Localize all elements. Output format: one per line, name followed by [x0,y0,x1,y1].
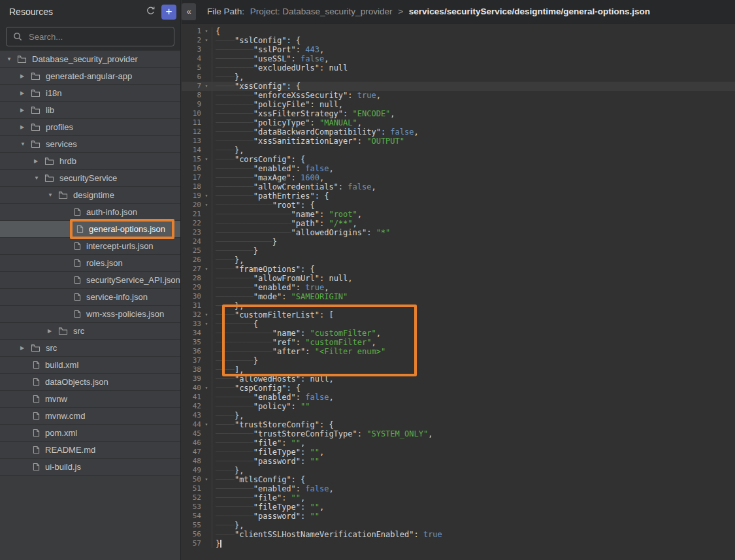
code-line-16[interactable]: 16 "enabled": false, [182,164,735,173]
code-line-45[interactable]: 45 "trustStoreConfigType": "SYSTEM_ONLY"… [182,429,735,438]
code-line-3[interactable]: 3 "sslPort": 443, [182,45,735,54]
code-line-23[interactable]: 23 "allowedOrigins": "*" [182,228,735,237]
code-line-13[interactable]: 13 "xssSanitizationLayer": "OUTPUT" [182,137,735,146]
code-line-20[interactable]: 20▾ "root": { [182,201,735,210]
tree-item-securityService_API.json[interactable]: securityService_API.json [0,272,180,289]
code-line-42[interactable]: 42 "policy": "" [182,402,735,411]
tree-item-roles.json[interactable]: roles.json [0,255,180,272]
code-line-43[interactable]: 43 }, [182,411,735,420]
fold-arrow-icon[interactable]: ▾ [201,310,212,320]
code-line-41[interactable]: 41 "enabled": false, [182,393,735,402]
code-line-36[interactable]: 36 "after": "<Filter enum>" [182,347,735,356]
code-line-44[interactable]: 44▾ "trustStoreConfig": { [182,420,735,429]
tree-item-securityService[interactable]: ▼securityService [0,170,180,187]
code-line-50[interactable]: 50▾ "mtlsConfig": { [182,475,735,484]
tree-item-dataObjects.json[interactable]: dataObjects.json [0,374,180,391]
tree-item-intercept-urls.json[interactable]: intercept-urls.json [0,238,180,255]
code-line-19[interactable]: 19▾ "pathEntries": { [182,191,735,201]
code-line-31[interactable]: 31 }, [182,301,735,310]
tree-item-hrdb[interactable]: ▶hrdb [0,153,180,170]
code-line-28[interactable]: 28 "allowFromUrl": null, [182,274,735,283]
tree-item-generated-angular-app[interactable]: ▶generated-angular-app [0,68,180,85]
code-line-32[interactable]: 32▾ "customFilterList": [ [182,310,735,320]
code-line-14[interactable]: 14 }, [182,146,735,155]
fold-arrow-icon[interactable]: ▾ [201,320,212,329]
fold-arrow-icon[interactable]: ▾ [201,201,212,210]
tree-item-ui-build.js[interactable]: ui-build.js [0,459,180,476]
fold-arrow-icon[interactable]: ▾ [201,82,212,91]
tree-item-pom.xml[interactable]: pom.xml [0,425,180,442]
code-line-15[interactable]: 15▾ "corsConfig": { [182,155,735,164]
code-line-26[interactable]: 26 }, [182,255,735,265]
tree-item-src[interactable]: ▶src [0,340,180,357]
tree-item-wm-xss-policies.json[interactable]: wm-xss-policies.json [0,306,180,323]
fold-arrow-icon[interactable]: ▾ [201,155,212,164]
chevron-down-icon[interactable]: ▼ [20,141,31,147]
code-line-2[interactable]: 2▾ "sslConfig": { [182,36,735,45]
tree-item-designtime[interactable]: ▼designtime [0,187,180,204]
tree-item-src[interactable]: ▶src [0,323,180,340]
tree-item-README.md[interactable]: README.md [0,442,180,459]
fold-arrow-icon[interactable]: ▾ [201,420,212,429]
code-line-8[interactable]: 8 "enforceXssSecurity": true, [182,91,735,100]
chevron-right-icon[interactable]: ▶ [20,90,31,96]
fold-arrow-icon[interactable]: ▾ [201,475,212,484]
tree-item-general-options.json[interactable]: general-options.json [0,221,180,238]
chevron-right-icon[interactable]: ▶ [20,107,31,113]
collapse-sidebar-button[interactable]: « [182,3,196,20]
code-line-37[interactable]: 37 } [182,356,735,365]
refresh-button[interactable] [144,5,157,19]
code-line-34[interactable]: 34 "name": "customFilter", [182,329,735,338]
tree-item-build.xml[interactable]: build.xml [0,357,180,374]
code-line-30[interactable]: 30 "mode": "SAMEORIGIN" [182,292,735,301]
chevron-right-icon[interactable]: ▶ [48,328,58,334]
tree-item-profiles[interactable]: ▶profiles [0,119,180,136]
tree-item-mvnw.cmd[interactable]: mvnw.cmd [0,408,180,425]
code-line-48[interactable]: 48 "password": "" [182,457,735,466]
chevron-down-icon[interactable]: ▼ [48,192,58,198]
code-line-53[interactable]: 53 "fileType": "", [182,502,735,512]
code-line-12[interactable]: 12 "dataBackwardCompatibility": false, [182,127,735,137]
tree-item-services[interactable]: ▼services [0,136,180,153]
code-line-4[interactable]: 4 "useSSL": false, [182,54,735,63]
code-line-11[interactable]: 11 "policyType": "MANUAL", [182,118,735,127]
tree-item-lib[interactable]: ▶lib [0,102,180,119]
code-line-57[interactable]: 57} [182,539,735,548]
code-line-55[interactable]: 55 }, [182,521,735,530]
code-line-29[interactable]: 29 "enabled": true, [182,283,735,292]
code-line-33[interactable]: 33▾ { [182,320,735,329]
code-line-46[interactable]: 46 "file": "", [182,438,735,448]
code-editor[interactable]: 1▾{2▾ "sslConfig": {3 "sslPort": 443,4 "… [182,24,735,560]
code-line-18[interactable]: 18 "allowCredentials": false, [182,182,735,191]
code-line-24[interactable]: 24 } [182,237,735,246]
tree-item-mvnw[interactable]: mvnw [0,391,180,408]
code-line-5[interactable]: 5 "excludedUrls": null [182,63,735,73]
code-line-47[interactable]: 47 "fileType": "", [182,448,735,457]
chevron-down-icon[interactable]: ▼ [34,175,44,181]
fold-arrow-icon[interactable]: ▾ [201,36,212,45]
code-line-38[interactable]: 38 ], [182,365,735,374]
code-line-49[interactable]: 49 }, [182,466,735,475]
fold-arrow-icon[interactable]: ▾ [201,27,212,36]
code-line-6[interactable]: 6 }, [182,73,735,82]
chevron-right-icon[interactable]: ▶ [20,124,31,130]
code-line-56[interactable]: 56 "clientSSLHostNameVerificationEnabled… [182,530,735,539]
chevron-right-icon[interactable]: ▶ [20,345,31,351]
code-line-35[interactable]: 35 "ref": "customFilter", [182,338,735,347]
tree-item-i18n[interactable]: ▶i18n [0,85,180,102]
chevron-right-icon[interactable]: ▶ [34,158,44,164]
search-input[interactable] [27,31,167,42]
code-line-40[interactable]: 40▾ "cspConfig": { [182,384,735,393]
code-line-22[interactable]: 22 "path": "/**", [182,219,735,228]
fold-arrow-icon[interactable]: ▾ [201,384,212,393]
tree-item-service-info.json[interactable]: service-info.json [0,289,180,306]
fold-arrow-icon[interactable]: ▾ [201,265,212,274]
chevron-right-icon[interactable]: ▶ [20,73,31,79]
code-line-51[interactable]: 51 "enabled": false, [182,484,735,493]
code-line-39[interactable]: 39 "allowedHosts": null, [182,374,735,384]
code-line-1[interactable]: 1▾{ [182,27,735,36]
fold-arrow-icon[interactable]: ▾ [201,191,212,201]
code-line-54[interactable]: 54 "password": "" [182,512,735,521]
code-line-21[interactable]: 21 "name": "root", [182,210,735,219]
tree-item-Database_security_provider[interactable]: ▼Database_security_provider [0,51,180,68]
